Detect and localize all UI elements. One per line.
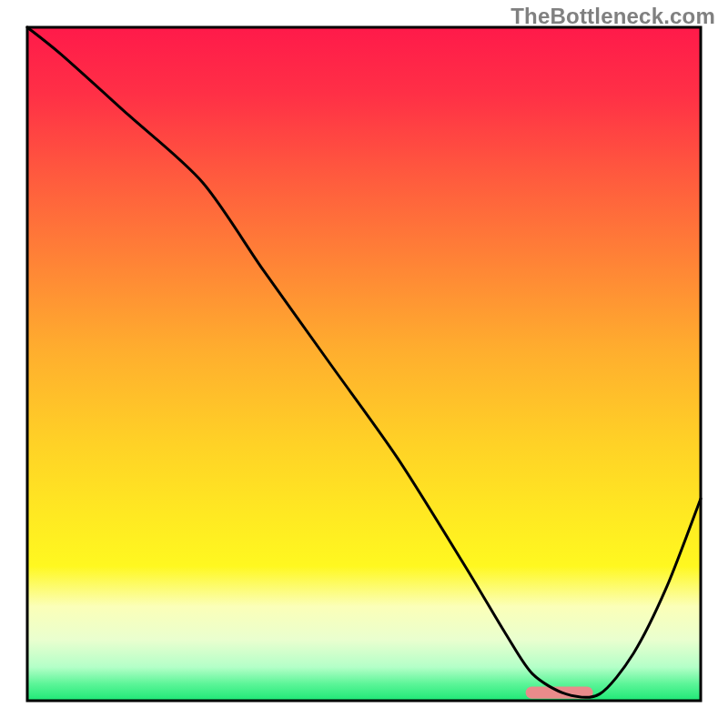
chart-frame: TheBottleneck.com <box>0 0 728 728</box>
bottleneck-chart <box>0 0 728 728</box>
plot-background <box>27 27 701 701</box>
watermark-label: TheBottleneck.com <box>511 4 715 29</box>
